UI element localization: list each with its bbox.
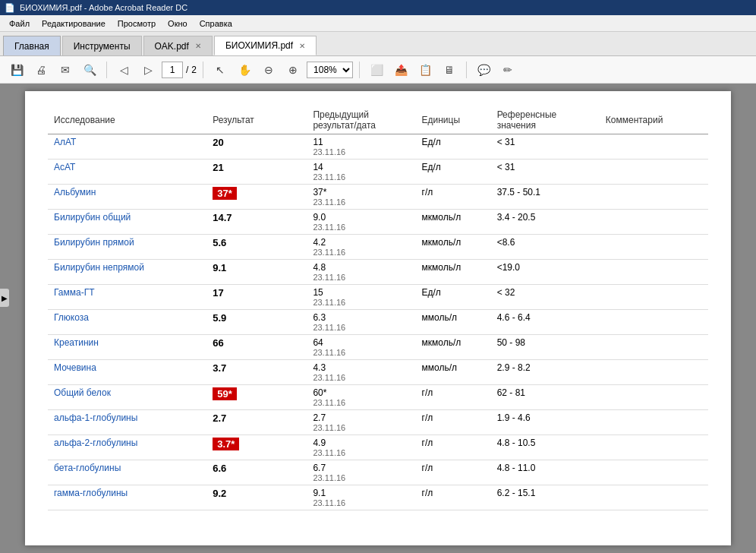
result-value: 9.2: [213, 488, 226, 499]
result-value: 17: [213, 287, 223, 299]
menu-window[interactable]: Окно: [162, 17, 194, 30]
prev-cell: 37*23.11.16: [307, 185, 415, 210]
result-value: 14.7: [213, 212, 232, 223]
investigation-link[interactable]: Мочевина: [54, 362, 96, 373]
investigation-link[interactable]: Гамма-ГТ: [54, 287, 95, 298]
menu-help[interactable]: Справка: [194, 17, 238, 30]
prev-value: 14: [313, 162, 409, 172]
separator4: [466, 62, 467, 78]
ref-cell: <19.0: [491, 260, 600, 285]
select-tool[interactable]: ↖: [209, 59, 231, 81]
ref-cell: < 31: [491, 134, 600, 160]
result-flagged: 59*: [213, 387, 237, 400]
units-cell: мкмоль/л: [416, 210, 491, 235]
units-cell: мкмоль/л: [416, 235, 491, 260]
prev-date: 23.11.16: [313, 473, 409, 482]
investigation-link[interactable]: Билирубин непрямой: [54, 262, 144, 273]
investigation-link[interactable]: Альбумин: [54, 187, 96, 198]
hand-tool[interactable]: ✋: [234, 59, 255, 81]
prev-value: 64: [313, 337, 409, 348]
menu-view[interactable]: Просмотр: [112, 17, 162, 30]
comment-cell: [600, 260, 708, 285]
zoom-in-button[interactable]: ⊕: [282, 59, 304, 81]
units-cell: г/л: [416, 435, 491, 460]
menu-edit[interactable]: Редактирование: [36, 17, 112, 30]
menu-file[interactable]: Файл: [3, 17, 36, 30]
investigation-link[interactable]: альфа-2-глобулины: [54, 438, 137, 448]
save-button[interactable]: 💾: [6, 59, 27, 81]
prev-cell: 9.023.11.16: [307, 210, 415, 235]
create-pdf-button[interactable]: ⬜: [366, 59, 387, 81]
prev-date: 23.11.16: [313, 323, 409, 332]
total-pages: 2: [191, 65, 197, 75]
result-cell: 21: [206, 160, 307, 185]
ref-cell: < 32: [491, 285, 600, 310]
investigation-link[interactable]: гамма-глобулины: [54, 488, 128, 498]
investigation-link[interactable]: Билирубин прямой: [54, 237, 134, 248]
export-button[interactable]: 📤: [390, 59, 411, 81]
prev-page-button[interactable]: ◁: [113, 59, 134, 81]
result-value: 9.1: [213, 262, 226, 273]
search-button[interactable]: 🔍: [79, 59, 100, 81]
tab-biohim[interactable]: БИОХИМИЯ.pdf ✕: [214, 36, 317, 55]
zoom-select[interactable]: 108% 100% 75% 50%: [307, 62, 353, 78]
close-oak-tab[interactable]: ✕: [195, 42, 201, 50]
separator2: [203, 62, 203, 78]
table-row: бета-глобулины6.66.723.11.16г/л4.8 - 11.…: [48, 460, 708, 485]
ref-cell: 37.5 - 50.1: [491, 185, 600, 210]
result-flagged: 37*: [213, 187, 237, 200]
header-comment: Комментарий: [600, 106, 708, 134]
prev-value: 2.7: [313, 412, 409, 423]
table-row: Билирубин общий14.79.023.11.16мкмоль/л3.…: [48, 210, 708, 235]
tab-tools[interactable]: Инструменты: [62, 36, 142, 55]
close-biohim-tab[interactable]: ✕: [299, 42, 305, 50]
next-page-button[interactable]: ▷: [137, 59, 159, 81]
investigation-link[interactable]: Креатинин: [54, 337, 99, 348]
prev-date: 23.11.16: [313, 198, 409, 207]
prev-value: 4.2: [313, 237, 409, 248]
investigation-link[interactable]: Билирубин общий: [54, 212, 131, 223]
sidebar-toggle[interactable]: ▶: [0, 289, 9, 307]
sign-button[interactable]: ✏: [497, 59, 518, 81]
ref-cell: 4.6 - 6.4: [491, 310, 600, 335]
enhance-button[interactable]: 🖥: [439, 59, 460, 81]
tab-oak[interactable]: OAK.pdf ✕: [143, 36, 213, 55]
units-cell: г/л: [416, 410, 491, 435]
prev-value: 11: [313, 137, 409, 147]
result-cell: 6.6: [206, 460, 307, 485]
result-value: 20: [213, 137, 223, 148]
units-cell: г/л: [416, 460, 491, 485]
prev-cell: 4.223.11.16: [307, 235, 415, 260]
investigation-link[interactable]: альфа-1-глобулины: [54, 412, 137, 423]
comment-cell: [600, 460, 708, 485]
tab-home[interactable]: Главная: [3, 36, 61, 55]
investigation-link[interactable]: Общий белок: [54, 387, 111, 398]
print-button[interactable]: 🖨: [30, 59, 52, 81]
units-cell: Ед/л: [416, 134, 491, 160]
email-button[interactable]: ✉: [55, 59, 76, 81]
investigation-link[interactable]: АсАТ: [54, 162, 75, 172]
units-cell: мкмоль/л: [416, 335, 491, 360]
investigation-link[interactable]: АлАТ: [54, 137, 76, 147]
table-row: гамма-глобулины9.29.123.11.16г/л6.2 - 15…: [48, 485, 708, 510]
document-area: Исследование Результат Предыдущий резуль…: [0, 84, 756, 553]
prev-value: 6.3: [313, 312, 409, 323]
prev-date: 23.11.16: [313, 172, 409, 182]
page-navigation: / 2: [162, 62, 197, 78]
investigation-link[interactable]: Глюкоза: [54, 312, 89, 323]
organize-button[interactable]: 📋: [414, 59, 436, 81]
result-value: 21: [213, 162, 223, 173]
investigation-link[interactable]: бета-глобулины: [54, 463, 121, 473]
result-cell: 66: [206, 335, 307, 360]
zoom-out-button[interactable]: ⊖: [258, 59, 279, 81]
page-separator: /: [186, 65, 188, 75]
toolbar: 💾 🖨 ✉ 🔍 ◁ ▷ / 2 ↖ ✋ ⊖ ⊕ 108% 100% 75% 50…: [0, 56, 756, 84]
result-cell: 37*: [206, 185, 307, 210]
result-cell: 59*: [206, 385, 307, 410]
result-cell: 9.2: [206, 485, 307, 510]
comment-cell: [600, 210, 708, 235]
content-area: ▶ Исследование Результат Предыдущий резу…: [0, 84, 756, 553]
comment-button[interactable]: 💬: [473, 59, 494, 81]
page-number-input[interactable]: [162, 62, 183, 78]
prev-date: 23.11.16: [313, 147, 409, 156]
